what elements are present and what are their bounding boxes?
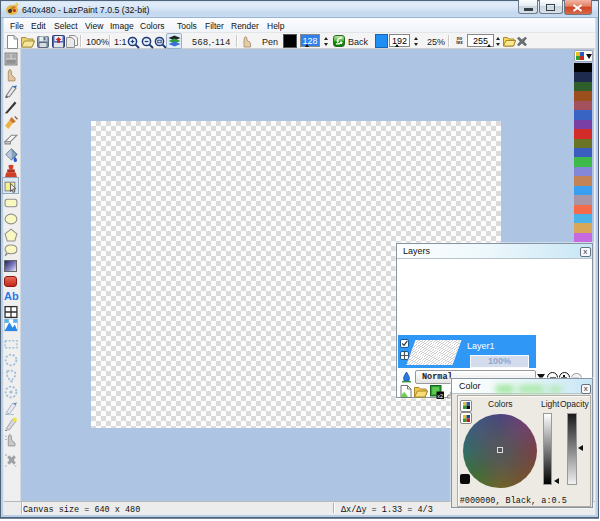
svg-text:x2: x2 bbox=[437, 393, 443, 399]
